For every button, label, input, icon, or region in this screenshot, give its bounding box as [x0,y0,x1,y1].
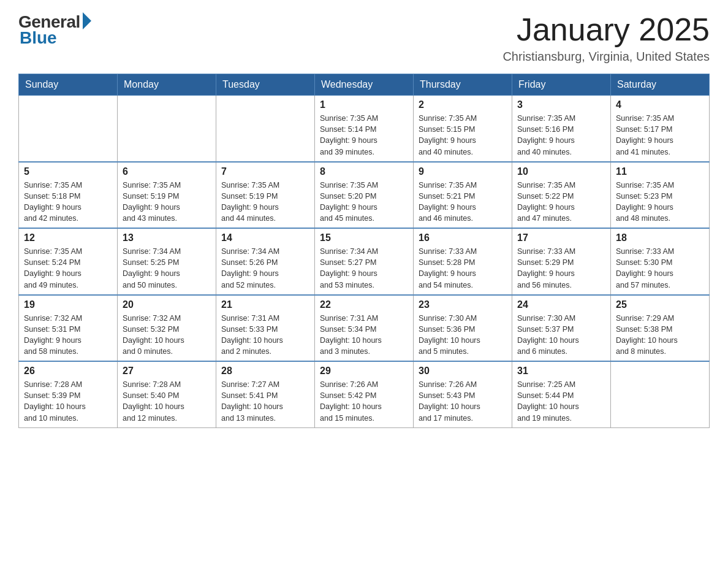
day-number: 19 [24,299,112,310]
day-info: Sunrise: 7:35 AM Sunset: 5:15 PM Dayligh… [419,113,507,158]
calendar-cell: 15Sunrise: 7:34 AM Sunset: 5:27 PM Dayli… [315,228,414,295]
day-info: Sunrise: 7:35 AM Sunset: 5:14 PM Dayligh… [320,113,408,158]
day-number: 23 [419,299,507,310]
logo: General Blue [18,12,91,48]
calendar-cell: 6Sunrise: 7:35 AM Sunset: 5:19 PM Daylig… [118,162,216,229]
calendar-cell: 11Sunrise: 7:35 AM Sunset: 5:23 PM Dayli… [611,162,710,229]
day-info: Sunrise: 7:35 AM Sunset: 5:22 PM Dayligh… [517,180,605,224]
calendar-cell: 29Sunrise: 7:26 AM Sunset: 5:42 PM Dayli… [315,361,414,427]
location-text: Christiansburg, Virginia, United States [502,50,710,64]
day-number: 9 [419,166,507,177]
calendar-week-5: 26Sunrise: 7:28 AM Sunset: 5:39 PM Dayli… [19,361,710,427]
day-info: Sunrise: 7:35 AM Sunset: 5:20 PM Dayligh… [320,180,408,224]
day-info: Sunrise: 7:30 AM Sunset: 5:36 PM Dayligh… [419,313,507,358]
day-info: Sunrise: 7:28 AM Sunset: 5:40 PM Dayligh… [123,379,211,424]
calendar-cell: 14Sunrise: 7:34 AM Sunset: 5:26 PM Dayli… [216,228,315,295]
day-info: Sunrise: 7:31 AM Sunset: 5:34 PM Dayligh… [320,313,408,358]
day-info: Sunrise: 7:35 AM Sunset: 5:17 PM Dayligh… [616,113,704,158]
day-number: 30 [419,366,507,377]
day-info: Sunrise: 7:33 AM Sunset: 5:28 PM Dayligh… [419,246,507,291]
calendar-cell [118,96,216,162]
day-info: Sunrise: 7:25 AM Sunset: 5:44 PM Dayligh… [517,379,605,424]
day-info: Sunrise: 7:34 AM Sunset: 5:27 PM Dayligh… [320,246,408,291]
calendar-cell: 19Sunrise: 7:32 AM Sunset: 5:31 PM Dayli… [19,295,118,362]
calendar-header-saturday: Saturday [611,74,710,96]
day-number: 27 [123,366,211,377]
calendar-header-thursday: Thursday [414,74,512,96]
day-number: 6 [123,166,211,177]
day-number: 7 [221,166,309,177]
calendar-cell: 1Sunrise: 7:35 AM Sunset: 5:14 PM Daylig… [315,96,414,162]
day-info: Sunrise: 7:35 AM Sunset: 5:19 PM Dayligh… [123,180,211,224]
calendar-cell: 27Sunrise: 7:28 AM Sunset: 5:40 PM Dayli… [118,361,216,427]
calendar-header-row: SundayMondayTuesdayWednesdayThursdayFrid… [19,74,710,96]
day-info: Sunrise: 7:26 AM Sunset: 5:42 PM Dayligh… [320,379,408,424]
day-number: 11 [616,166,704,177]
calendar-header-friday: Friday [512,74,611,96]
calendar-week-2: 5Sunrise: 7:35 AM Sunset: 5:18 PM Daylig… [19,162,710,229]
day-info: Sunrise: 7:33 AM Sunset: 5:29 PM Dayligh… [517,246,605,291]
day-info: Sunrise: 7:35 AM Sunset: 5:21 PM Dayligh… [419,180,507,224]
calendar-cell: 20Sunrise: 7:32 AM Sunset: 5:32 PM Dayli… [118,295,216,362]
day-info: Sunrise: 7:35 AM Sunset: 5:23 PM Dayligh… [616,180,704,224]
calendar-cell: 26Sunrise: 7:28 AM Sunset: 5:39 PM Dayli… [19,361,118,427]
day-number: 2 [419,99,507,110]
day-number: 18 [616,232,704,243]
calendar-cell: 17Sunrise: 7:33 AM Sunset: 5:29 PM Dayli… [512,228,611,295]
calendar-cell: 24Sunrise: 7:30 AM Sunset: 5:37 PM Dayli… [512,295,611,362]
calendar-cell: 9Sunrise: 7:35 AM Sunset: 5:21 PM Daylig… [414,162,512,229]
day-info: Sunrise: 7:35 AM Sunset: 5:18 PM Dayligh… [24,180,112,224]
day-info: Sunrise: 7:28 AM Sunset: 5:39 PM Dayligh… [24,379,112,424]
calendar-cell: 3Sunrise: 7:35 AM Sunset: 5:16 PM Daylig… [512,96,611,162]
calendar-table: SundayMondayTuesdayWednesdayThursdayFrid… [18,74,710,428]
calendar-cell: 12Sunrise: 7:35 AM Sunset: 5:24 PM Dayli… [19,228,118,295]
day-number: 25 [616,299,704,310]
calendar-cell: 16Sunrise: 7:33 AM Sunset: 5:28 PM Dayli… [414,228,512,295]
calendar-cell: 7Sunrise: 7:35 AM Sunset: 5:19 PM Daylig… [216,162,315,229]
calendar-cell: 10Sunrise: 7:35 AM Sunset: 5:22 PM Dayli… [512,162,611,229]
day-info: Sunrise: 7:27 AM Sunset: 5:41 PM Dayligh… [221,379,309,424]
calendar-cell: 25Sunrise: 7:29 AM Sunset: 5:38 PM Dayli… [611,295,710,362]
day-info: Sunrise: 7:26 AM Sunset: 5:43 PM Dayligh… [419,379,507,424]
day-number: 12 [24,232,112,243]
calendar-week-4: 19Sunrise: 7:32 AM Sunset: 5:31 PM Dayli… [19,295,710,362]
calendar-cell: 22Sunrise: 7:31 AM Sunset: 5:34 PM Dayli… [315,295,414,362]
calendar-cell: 21Sunrise: 7:31 AM Sunset: 5:33 PM Dayli… [216,295,315,362]
day-number: 29 [320,366,408,377]
calendar-header-wednesday: Wednesday [315,74,414,96]
day-info: Sunrise: 7:34 AM Sunset: 5:25 PM Dayligh… [123,246,211,291]
day-info: Sunrise: 7:29 AM Sunset: 5:38 PM Dayligh… [616,313,704,358]
day-number: 14 [221,232,309,243]
calendar-cell: 28Sunrise: 7:27 AM Sunset: 5:41 PM Dayli… [216,361,315,427]
calendar-header-sunday: Sunday [19,74,118,96]
day-number: 4 [616,99,704,110]
day-number: 31 [517,366,605,377]
logo-triangle-icon [83,12,91,29]
day-number: 5 [24,166,112,177]
calendar-cell: 30Sunrise: 7:26 AM Sunset: 5:43 PM Dayli… [414,361,512,427]
day-number: 8 [320,166,408,177]
day-info: Sunrise: 7:31 AM Sunset: 5:33 PM Dayligh… [221,313,309,358]
day-number: 22 [320,299,408,310]
day-number: 24 [517,299,605,310]
day-info: Sunrise: 7:32 AM Sunset: 5:31 PM Dayligh… [24,313,112,358]
logo-blue-text: Blue [20,28,57,48]
day-info: Sunrise: 7:33 AM Sunset: 5:30 PM Dayligh… [616,246,704,291]
month-title: January 2025 [502,12,710,47]
day-number: 28 [221,366,309,377]
day-number: 17 [517,232,605,243]
day-info: Sunrise: 7:35 AM Sunset: 5:19 PM Dayligh… [221,180,309,224]
calendar-week-1: 1Sunrise: 7:35 AM Sunset: 5:14 PM Daylig… [19,96,710,162]
calendar-cell: 2Sunrise: 7:35 AM Sunset: 5:15 PM Daylig… [414,96,512,162]
day-number: 15 [320,232,408,243]
calendar-cell [19,96,118,162]
day-number: 26 [24,366,112,377]
calendar-cell: 5Sunrise: 7:35 AM Sunset: 5:18 PM Daylig… [19,162,118,229]
calendar-cell [216,96,315,162]
calendar-header-monday: Monday [118,74,216,96]
calendar-cell: 31Sunrise: 7:25 AM Sunset: 5:44 PM Dayli… [512,361,611,427]
day-number: 1 [320,99,408,110]
day-number: 16 [419,232,507,243]
page-header: General Blue January 2025 Christiansburg… [18,12,710,64]
calendar-cell: 4Sunrise: 7:35 AM Sunset: 5:17 PM Daylig… [611,96,710,162]
